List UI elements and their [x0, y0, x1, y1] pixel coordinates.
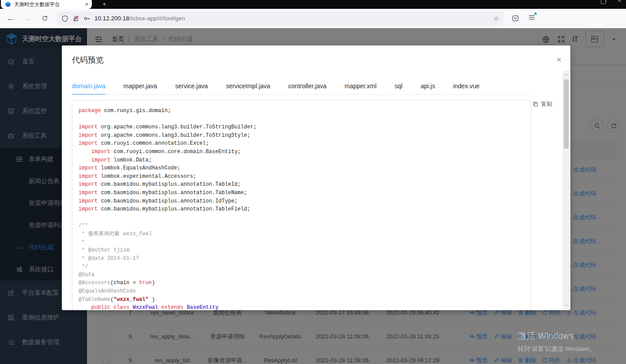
- new-tab-button[interactable]: +: [102, 0, 106, 8]
- copy-button[interactable]: 复制: [532, 100, 552, 108]
- menu-notification-dot: [534, 12, 537, 15]
- dialog-tab-index.vue[interactable]: index.vue: [453, 78, 479, 95]
- dialog-tab-mapper.java[interactable]: mapper.java: [124, 78, 157, 95]
- dialog-title: 代码预览: [72, 55, 104, 65]
- dialog-tab-controller.java[interactable]: controller.java: [288, 78, 326, 95]
- tab-close-icon[interactable]: ×: [85, 2, 88, 7]
- tabs-underline: [72, 94, 531, 95]
- dialog-tab-mapper.xml[interactable]: mapper.xml: [344, 78, 376, 95]
- window-controls: ✕: [601, 0, 622, 4]
- scrollbar-thumb[interactable]: [564, 79, 569, 149]
- code-preview-dialog: 代码预览 × domain.javamapper.javaservice.jav…: [62, 45, 570, 310]
- browser-tab-strip: 天测时空大数据平台 × + ✕: [0, 0, 626, 9]
- copy-label: 复制: [541, 100, 552, 108]
- dialog-scrollbar[interactable]: [562, 71, 570, 310]
- copy-icon: [532, 101, 539, 107]
- dialog-tab-service.java[interactable]: service.java: [175, 78, 208, 95]
- pocket-icon[interactable]: [512, 15, 519, 22]
- reload-button[interactable]: [41, 15, 48, 22]
- browser-tab[interactable]: 天测时空大数据平台 ×: [1, 0, 92, 9]
- screen: 天测时空大数据平台 × + ✕ ← → 10.12.200.18 /tcbox-…: [0, 0, 626, 364]
- browser-menu-button[interactable]: [528, 14, 535, 23]
- dialog-tab-domain.java[interactable]: domain.java: [72, 78, 106, 95]
- app-viewport: 天测时空大数据平台 首页系统管理系统监控系统工具表单构建新闻公告表资源申请明细资…: [0, 28, 626, 364]
- navbar-right: [512, 14, 535, 23]
- shield-icon: [61, 15, 68, 22]
- code-content: package com.ruoyi.gis.domain; import org…: [72, 101, 531, 310]
- dialog-tabs: domain.javamapper.javaservice.javaservic…: [72, 78, 479, 95]
- dialog-close-icon[interactable]: ×: [556, 55, 562, 64]
- window-close-icon[interactable]: ✕: [617, 0, 622, 3]
- url-host: 10.12.200.18: [94, 15, 129, 22]
- key-icon: [83, 15, 91, 22]
- window-restore-icon[interactable]: [601, 0, 606, 4]
- url-bar[interactable]: 10.12.200.18 /tcbox-app/#/tool/gen ☆: [57, 11, 504, 26]
- dialog-tab-serviceImpl.java[interactable]: serviceImpl.java: [226, 78, 270, 95]
- url-path: /tcbox-app/#/tool/gen: [129, 15, 185, 22]
- bookmark-star-icon[interactable]: ☆: [494, 15, 499, 23]
- insecure-lock-icon: [72, 15, 79, 22]
- forward-button[interactable]: →: [24, 15, 32, 22]
- scroll-down-icon[interactable]: [562, 302, 570, 309]
- browser-navbar: ← → 10.12.200.18 /tcbox-app/#/tool/gen ☆: [0, 9, 626, 28]
- tab-title: 天测时空大数据平台: [14, 1, 82, 8]
- back-button[interactable]: ←: [7, 15, 15, 22]
- dialog-tab-sql[interactable]: sql: [395, 78, 403, 95]
- scroll-up-icon[interactable]: [562, 71, 570, 79]
- site-favicon-cube-icon: [5, 1, 11, 8]
- dialog-tab-api.js[interactable]: api.js: [421, 78, 435, 95]
- code-panel: package com.ruoyi.gis.domain; import org…: [72, 100, 531, 310]
